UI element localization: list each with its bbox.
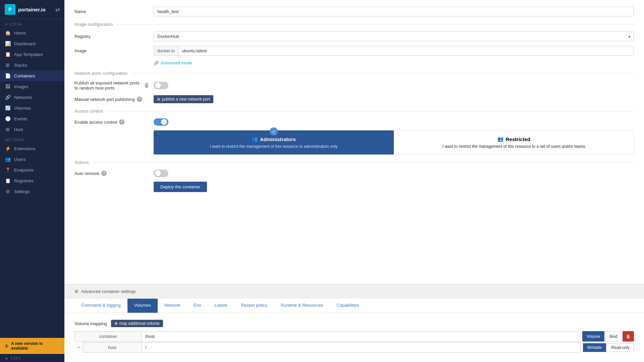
registry-select[interactable]: DockerHub bbox=[154, 32, 634, 41]
map-additional-volume-button[interactable]: ⊕ map additional volume bbox=[111, 320, 163, 327]
network-ports-divider: Network ports configuration bbox=[74, 71, 634, 76]
form-container: Name Image configuration Registry Docker… bbox=[64, 0, 644, 284]
publish-all-label: Publish all exposed network ports to ran… bbox=[74, 80, 148, 90]
tab-runtime-resources[interactable]: Runtime & Resources bbox=[274, 299, 330, 313]
gear-icon: ⚙ bbox=[74, 289, 78, 294]
sidebar-item-containers[interactable]: 📄 Containers bbox=[0, 70, 64, 81]
local-icon: ⬇ bbox=[5, 22, 8, 26]
settings-icon: ⚙ bbox=[5, 189, 11, 194]
home-icon: 🏠 bbox=[5, 30, 11, 36]
sidebar: P portainer.io ⇄ ⬇ LOCAL 🏠 Home 📊 Dashbo… bbox=[0, 0, 64, 362]
auto-remove-label: Auto remove ? bbox=[74, 171, 148, 176]
tab-content-volumes: Volume mapping ⊕ map additional volume c… bbox=[64, 313, 644, 362]
version-info: ▲ 1.24.2 bbox=[0, 354, 64, 362]
sidebar-item-app-templates[interactable]: 📋 App Templates bbox=[0, 49, 64, 60]
volume-row-1: container Volume Bind 🗑 bbox=[74, 331, 634, 342]
advanced-mode-link[interactable]: 🔗 Advanced mode bbox=[154, 60, 634, 65]
sidebar-item-extensions[interactable]: ⚡ Extensions bbox=[0, 143, 64, 154]
settings-section-header: SETTINGS bbox=[0, 135, 64, 143]
enable-access-row: Enable access control ? bbox=[74, 118, 634, 126]
access-cards-container: ✓ 👥 Administrators I want to restrict th… bbox=[74, 130, 634, 155]
enable-access-toggle[interactable] bbox=[154, 118, 168, 126]
divider-line3 bbox=[107, 111, 634, 111]
auto-remove-toggle[interactable] bbox=[154, 170, 168, 177]
readonly-button[interactable]: Read-only bbox=[607, 343, 634, 352]
tab-capabilities[interactable]: Capabilities bbox=[330, 299, 366, 313]
publish-all-toggle[interactable] bbox=[154, 82, 168, 89]
sidebar-item-users[interactable]: 👥 Users bbox=[0, 154, 64, 165]
volume-container-path-input[interactable] bbox=[142, 331, 580, 342]
deploy-button[interactable]: Deploy the container bbox=[154, 182, 207, 192]
manual-port-help-icon[interactable]: ? bbox=[137, 97, 142, 102]
image-input-group: docker.io bbox=[154, 46, 634, 56]
access-control-label: Access control bbox=[74, 109, 103, 114]
volume-row-2: → host Writable Read-only bbox=[74, 342, 634, 353]
advanced-settings-bar: ⚙ Advanced container settings bbox=[64, 284, 644, 299]
auto-remove-help-icon[interactable]: ? bbox=[101, 171, 107, 176]
image-config-divider: Image configuration bbox=[74, 22, 634, 27]
tab-restart-policy[interactable]: Restart policy bbox=[234, 299, 274, 313]
sidebar-item-dashboard[interactable]: 📊 Dashboard bbox=[0, 38, 64, 49]
name-row: Name bbox=[74, 7, 634, 16]
dashboard-icon: 📊 bbox=[5, 41, 11, 46]
image-input[interactable] bbox=[178, 46, 634, 56]
local-section-header: ⬇ LOCAL bbox=[0, 19, 64, 27]
image-config-label: Image configuration bbox=[74, 22, 113, 27]
volume-host-path-input[interactable] bbox=[142, 342, 581, 353]
publish-port-button[interactable]: ⊕ publish a new network port bbox=[154, 95, 213, 103]
manual-port-row: Manual network port publishing ? ⊕ publi… bbox=[74, 95, 634, 103]
events-icon: 🕐 bbox=[5, 116, 11, 121]
tab-env[interactable]: Env bbox=[187, 299, 208, 313]
sidebar-item-networks[interactable]: 🔗 Networks bbox=[0, 92, 64, 103]
volume-rw-group: Writable Read-only bbox=[583, 343, 634, 352]
volume-mapping-header: Volume mapping ⊕ map additional volume bbox=[74, 320, 634, 327]
image-prefix: docker.io bbox=[154, 46, 178, 56]
name-input[interactable] bbox=[154, 7, 634, 16]
restricted-title: 👥 Restricted bbox=[401, 136, 627, 142]
host-icon: ⊞ bbox=[5, 127, 11, 132]
sidebar-item-volumes[interactable]: 🔄 Volumes bbox=[0, 103, 64, 113]
tabs-bar: Command & logging Volumes Network Env La… bbox=[64, 299, 644, 313]
volumes-icon: 🔄 bbox=[5, 105, 11, 111]
sidebar-toggle-icon[interactable]: ⇄ bbox=[55, 6, 60, 13]
divider-line bbox=[117, 24, 634, 24]
publish-all-help-icon[interactable]: ? bbox=[145, 83, 148, 88]
registry-row: Registry DockerHub ▾ bbox=[74, 32, 634, 41]
users-icon: 👥 bbox=[5, 157, 11, 162]
delete-volume-button[interactable]: 🗑 bbox=[623, 331, 634, 342]
tab-labels[interactable]: Labels bbox=[208, 299, 234, 313]
volume-type-volume-button[interactable]: Volume bbox=[582, 331, 604, 342]
version-icon: ▲ bbox=[5, 356, 8, 360]
new-version-banner[interactable]: ⚠ A new version is available bbox=[0, 338, 64, 354]
main-content: Name Image configuration Registry Docker… bbox=[64, 0, 644, 362]
volume-host-label: host bbox=[83, 342, 142, 353]
administrators-title: 👥 Administrators bbox=[161, 136, 387, 142]
toggle-knob bbox=[155, 82, 161, 88]
publish-all-row: Publish all exposed network ports to ran… bbox=[74, 80, 634, 90]
actions-label: Actions bbox=[74, 160, 89, 165]
sidebar-item-settings[interactable]: ⚙ Settings bbox=[0, 186, 64, 197]
tab-volumes[interactable]: Volumes bbox=[127, 299, 158, 313]
restricted-icon: 👥 bbox=[497, 136, 504, 142]
sidebar-item-host[interactable]: ⊞ Host bbox=[0, 124, 64, 135]
volume-type-bind-button[interactable]: Bind bbox=[605, 331, 622, 342]
sidebar-item-registries[interactable]: 📋 Registries bbox=[0, 175, 64, 186]
sidebar-item-images[interactable]: 🖼 Images bbox=[0, 81, 64, 92]
volume-type-group: Volume Bind 🗑 bbox=[582, 331, 634, 342]
administrators-card[interactable]: ✓ 👥 Administrators I want to restrict th… bbox=[154, 130, 394, 155]
sidebar-item-events[interactable]: 🕐 Events bbox=[0, 113, 64, 124]
tab-network[interactable]: Network bbox=[158, 299, 187, 313]
tab-command-logging[interactable]: Command & logging bbox=[74, 299, 127, 313]
sidebar-logo[interactable]: P portainer.io ⇄ bbox=[0, 0, 64, 19]
sidebar-item-home[interactable]: 🏠 Home bbox=[0, 27, 64, 38]
sidebar-item-endpoints[interactable]: 📍 Endpoints bbox=[0, 165, 64, 175]
restricted-card[interactable]: 👥 Restricted I want to restrict the mana… bbox=[394, 130, 634, 155]
registry-select-wrapper: DockerHub ▾ bbox=[154, 32, 634, 41]
sidebar-item-stacks[interactable]: ⊞ Stacks bbox=[0, 60, 64, 70]
divider-line4 bbox=[93, 162, 634, 163]
enable-access-help-icon[interactable]: ? bbox=[119, 119, 124, 125]
registries-icon: 📋 bbox=[5, 178, 11, 183]
writable-button[interactable]: Writable bbox=[583, 343, 606, 352]
images-icon: 🖼 bbox=[5, 84, 11, 89]
image-row: Image docker.io bbox=[74, 46, 634, 56]
